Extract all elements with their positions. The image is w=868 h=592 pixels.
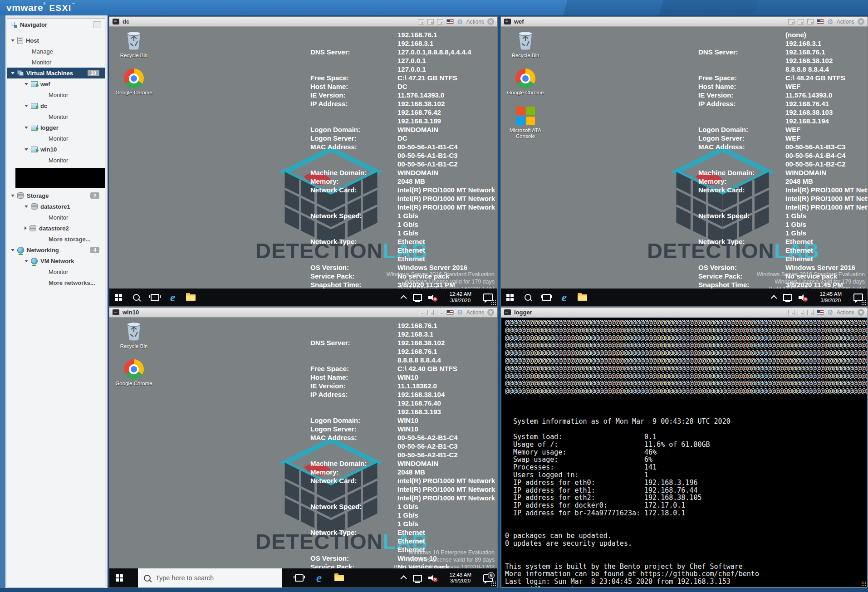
resize-grip[interactable]: [861, 581, 867, 587]
nav-item-monitor[interactable]: Monitor: [7, 133, 105, 144]
tray-chevron-icon[interactable]: [401, 295, 407, 301]
keyboard-layout-flag-icon[interactable]: [446, 310, 454, 315]
console-popout-icon[interactable]: [427, 310, 434, 315]
nav-item-storage[interactable]: Storage2: [7, 190, 105, 201]
expander-icon[interactable]: [25, 226, 27, 230]
close-icon[interactable]: ✕: [858, 18, 864, 25]
volume-muted-icon[interactable]: ✕: [799, 294, 808, 301]
desktop-icon-google-chrome[interactable]: Google Chrome: [114, 359, 154, 387]
tray-chevron-icon[interactable]: [401, 575, 407, 582]
taskbar-clock[interactable]: 12:42 AM3/9/2020: [449, 291, 471, 303]
console-titlebar-win10[interactable]: win10 ⚙ Actions ✕: [109, 308, 497, 318]
console-window-icon[interactable]: [418, 310, 424, 315]
nav-item-more-networks[interactable]: More networks...: [7, 277, 105, 288]
edge-browser-icon[interactable]: e: [316, 572, 322, 584]
nav-item-networking[interactable]: Networking4: [7, 245, 105, 255]
nav-item-monitor[interactable]: Monitor: [7, 155, 105, 166]
resize-grip[interactable]: [861, 300, 867, 305]
start-button[interactable]: [116, 574, 119, 577]
console-popout-icon[interactable]: [427, 19, 434, 24]
taskbar-search-icon[interactable]: [525, 294, 531, 301]
settings-gear-icon[interactable]: ⚙: [827, 309, 833, 316]
expander-icon[interactable]: [25, 83, 28, 85]
start-button[interactable]: [115, 294, 118, 297]
console-screen-dc[interactable]: DETECTIONLAB Recycle BinGoogle Chrome 19…: [109, 27, 497, 306]
nav-item-virtual-machines[interactable]: Virtual Machines10: [7, 68, 105, 78]
nav-item-datastore1[interactable]: datastore1: [7, 201, 105, 212]
close-icon[interactable]: ✕: [487, 309, 494, 316]
resize-grip[interactable]: [491, 300, 496, 305]
console-titlebar-logger[interactable]: logger ⚙ Actions ✕: [501, 308, 868, 318]
file-explorer-icon[interactable]: [186, 294, 196, 301]
nav-item-vm-network[interactable]: VM Network: [7, 255, 105, 266]
console-fullscreen-icon[interactable]: [807, 19, 814, 24]
expander-icon[interactable]: [25, 260, 28, 262]
internet-explorer-icon[interactable]: e: [170, 292, 175, 303]
expander-icon[interactable]: [11, 72, 15, 74]
volume-muted-icon[interactable]: ✕: [428, 294, 437, 301]
taskbar-clock[interactable]: 12:43 AM3/9/2020: [449, 572, 471, 584]
task-view-icon[interactable]: [295, 574, 304, 582]
file-explorer-icon[interactable]: [334, 575, 344, 581]
nav-item-logger[interactable]: logger: [7, 122, 105, 133]
network-icon[interactable]: [413, 294, 422, 301]
navigator-pin-icon[interactable]: [93, 21, 101, 28]
nav-item-win10[interactable]: win10: [7, 144, 105, 155]
desktop-icon-microsoft-ata-console[interactable]: Microsoft ATA Console: [505, 106, 545, 139]
desktop-icon-recycle-bin[interactable]: Recycle Bin: [114, 320, 154, 349]
console-fullscreen-icon[interactable]: [807, 310, 814, 315]
internet-explorer-icon[interactable]: e: [562, 292, 567, 303]
nav-item-datastore2[interactable]: datastore2: [7, 223, 105, 234]
expander-icon[interactable]: [25, 127, 28, 129]
nav-item-monitor[interactable]: Monitor: [7, 57, 105, 68]
expander-icon[interactable]: [11, 39, 15, 42]
nav-item-monitor[interactable]: Monitor: [7, 266, 105, 277]
actions-menu[interactable]: Actions: [837, 309, 854, 316]
action-center-icon[interactable]: 6: [483, 574, 493, 582]
resize-grip[interactable]: [491, 581, 496, 587]
settings-gear-icon[interactable]: ⚙: [457, 18, 463, 25]
desktop-icon-recycle-bin[interactable]: Recycle Bin: [505, 29, 545, 59]
nav-item-monitor[interactable]: Monitor: [7, 212, 105, 223]
console-window-icon[interactable]: [788, 19, 794, 24]
close-icon[interactable]: ✕: [858, 309, 864, 316]
keyboard-layout-flag-icon[interactable]: [817, 310, 824, 315]
taskbar-search-icon[interactable]: [133, 294, 140, 301]
nav-item-dc[interactable]: dc: [7, 100, 105, 111]
nav-item-manage[interactable]: Manage: [7, 46, 105, 57]
file-explorer-icon[interactable]: [578, 294, 587, 301]
console-popout-icon[interactable]: [798, 19, 804, 24]
console-popout-icon[interactable]: [798, 310, 804, 315]
tray-chevron-icon[interactable]: [771, 295, 777, 301]
settings-gear-icon[interactable]: ⚙: [457, 309, 463, 316]
keyboard-layout-flag-icon[interactable]: [446, 19, 454, 24]
task-view-icon[interactable]: [151, 294, 159, 301]
close-icon[interactable]: ✕: [487, 18, 494, 25]
task-view-icon[interactable]: [542, 294, 551, 301]
actions-menu[interactable]: Actions: [837, 19, 854, 25]
console-titlebar-dc[interactable]: dc ⚙ Actions ✕: [109, 17, 497, 27]
expander-icon[interactable]: [25, 205, 28, 208]
network-icon[interactable]: [783, 294, 792, 301]
actions-menu[interactable]: Actions: [466, 19, 484, 25]
nav-item-wef[interactable]: wef: [7, 78, 105, 89]
console-screen-wef[interactable]: DETECTIONLAB Recycle BinGoogle ChromeMic…: [501, 27, 868, 306]
console-titlebar-wef[interactable]: wef ⚙ Actions ✕: [501, 17, 868, 27]
expander-icon[interactable]: [25, 105, 28, 107]
nav-item-monitor[interactable]: Monitor: [7, 111, 105, 122]
desktop-icon-recycle-bin[interactable]: Recycle Bin: [114, 29, 154, 59]
network-icon[interactable]: [413, 575, 422, 582]
taskbar-clock[interactable]: 12:45 AM3/9/2020: [819, 291, 842, 303]
expander-icon[interactable]: [11, 249, 15, 251]
volume-muted-icon[interactable]: ✕: [428, 575, 437, 581]
desktop-icon-google-chrome[interactable]: Google Chrome: [505, 68, 545, 96]
desktop-icon-google-chrome[interactable]: Google Chrome: [114, 68, 154, 96]
console-fullscreen-icon[interactable]: [437, 310, 443, 315]
terminal-screen-logger[interactable]: @@@@@@@@@@@@@@@@@@@@@@@@@@@@@@@@@@@@@@@@…: [501, 318, 868, 587]
console-fullscreen-icon[interactable]: [437, 19, 443, 24]
taskbar-search-input[interactable]: Type here to search: [138, 568, 282, 587]
console-window-icon[interactable]: [788, 310, 794, 315]
nav-item-monitor[interactable]: Monitor: [7, 89, 105, 100]
nav-item-more-storage[interactable]: More storage...: [7, 234, 105, 245]
settings-gear-icon[interactable]: ⚙: [827, 18, 833, 25]
